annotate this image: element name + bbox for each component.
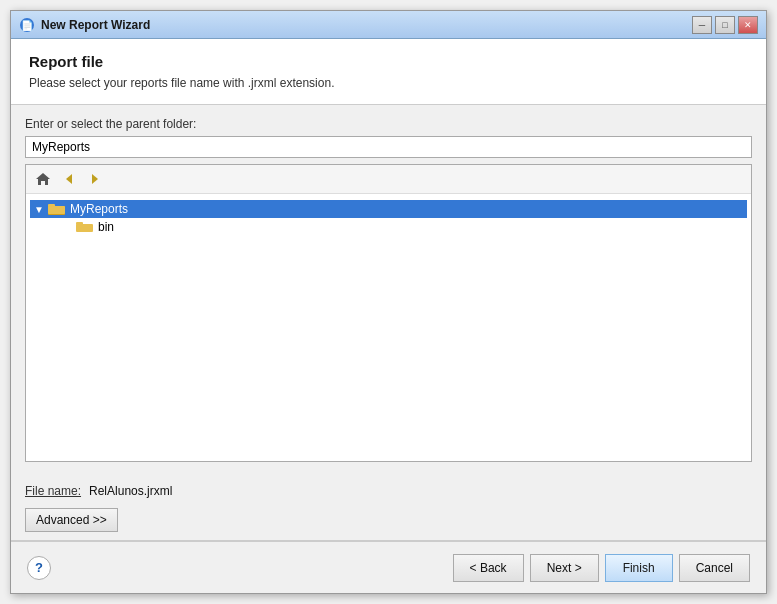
finish-button[interactable]: Finish [605, 554, 673, 582]
advanced-section: Advanced >> [11, 504, 766, 540]
cancel-button[interactable]: Cancel [679, 554, 750, 582]
main-section: Enter or select the parent folder: [11, 105, 766, 474]
folder-label: Enter or select the parent folder: [25, 117, 752, 131]
filename-value: RelAlunos.jrxml [89, 484, 172, 498]
file-browser: ▼ MyReports [25, 164, 752, 462]
expand-icon-myreports: ▼ [34, 204, 48, 215]
folder-open-icon [48, 202, 66, 216]
svg-rect-7 [48, 206, 65, 214]
folder-input[interactable] [25, 136, 752, 158]
next-button[interactable]: Next > [530, 554, 599, 582]
browser-toolbar [26, 165, 751, 194]
help-button[interactable]: ? [27, 556, 51, 580]
window-title: New Report Wizard [41, 18, 692, 32]
tree-item-bin[interactable]: bin [58, 218, 747, 236]
back-button[interactable]: < Back [453, 554, 524, 582]
title-bar: 📄 New Report Wizard ─ □ ✕ [11, 11, 766, 39]
page-title: Report file [29, 53, 748, 70]
advanced-button[interactable]: Advanced >> [25, 508, 118, 532]
tree-label-myreports: MyReports [70, 202, 128, 216]
tree-label-bin: bin [98, 220, 114, 234]
folder-input-row [25, 136, 752, 158]
tree-children: bin [58, 218, 747, 236]
svg-marker-3 [66, 174, 72, 184]
main-window: 📄 New Report Wizard ─ □ ✕ Report file Pl… [10, 10, 767, 594]
svg-text:📄: 📄 [21, 19, 34, 32]
svg-marker-2 [36, 173, 50, 185]
footer: ? < Back Next > Finish Cancel [11, 541, 766, 593]
filename-label: File name: [25, 484, 81, 498]
title-controls: ─ □ ✕ [692, 16, 758, 34]
header-section: Report file Please select your reports f… [11, 39, 766, 105]
svg-rect-9 [76, 224, 93, 232]
close-button[interactable]: ✕ [738, 16, 758, 34]
footer-buttons: < Back Next > Finish Cancel [453, 554, 750, 582]
home-button[interactable] [32, 169, 54, 189]
window-icon: 📄 [19, 17, 35, 33]
page-description: Please select your reports file name wit… [29, 76, 748, 90]
maximize-button[interactable]: □ [715, 16, 735, 34]
back-button[interactable] [58, 169, 80, 189]
forward-button[interactable] [84, 169, 106, 189]
filename-section: File name: RelAlunos.jrxml [11, 474, 766, 504]
tree-item-myreports[interactable]: ▼ MyReports [30, 200, 747, 218]
minimize-button[interactable]: ─ [692, 16, 712, 34]
svg-marker-4 [92, 174, 98, 184]
content-area: Report file Please select your reports f… [11, 39, 766, 593]
folder-closed-icon [76, 220, 94, 234]
folder-tree: ▼ MyReports [26, 194, 751, 461]
